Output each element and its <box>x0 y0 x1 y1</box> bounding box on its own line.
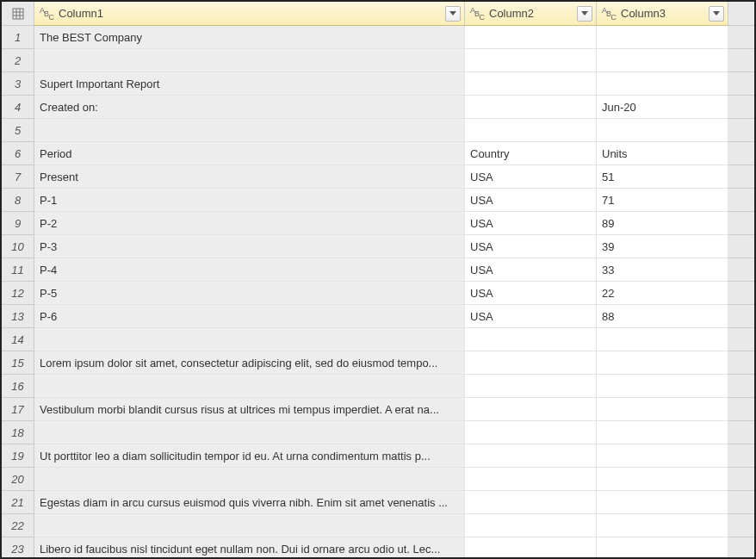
cell-column2[interactable] <box>465 375 597 398</box>
table-row[interactable]: 12P-5USA22 <box>2 282 754 305</box>
row-number[interactable]: 8 <box>2 189 34 212</box>
table-row[interactable]: 22 <box>2 514 754 537</box>
table-row[interactable]: 3Supert Important Report <box>2 72 754 96</box>
row-number[interactable]: 11 <box>2 258 34 282</box>
table-row[interactable]: 10P-3USA39 <box>2 235 754 258</box>
cell-column2[interactable] <box>465 72 597 96</box>
cell-column3[interactable]: Units <box>597 142 728 165</box>
cell-column2[interactable] <box>465 468 597 491</box>
cell-column1[interactable]: Vestibulum morbi blandit cursus risus at… <box>34 398 465 421</box>
cell-column2[interactable] <box>465 421 597 444</box>
cell-column1[interactable] <box>34 49 465 72</box>
row-number[interactable]: 3 <box>2 72 34 96</box>
table-row[interactable]: 14 <box>2 328 754 351</box>
cell-column3[interactable]: 22 <box>597 282 728 305</box>
row-number[interactable]: 9 <box>2 212 34 235</box>
cell-column3[interactable]: Jun-20 <box>597 96 728 119</box>
filter-dropdown-button[interactable] <box>445 6 461 22</box>
row-number[interactable]: 23 <box>2 537 34 559</box>
row-number[interactable]: 5 <box>2 119 34 142</box>
cell-column1[interactable]: P-6 <box>34 305 465 328</box>
cell-column2[interactable]: USA <box>465 212 597 235</box>
cell-column3[interactable] <box>597 444 728 468</box>
cell-column3[interactable] <box>597 49 728 72</box>
row-number[interactable]: 13 <box>2 305 34 328</box>
cell-column3[interactable] <box>597 26 728 49</box>
row-number[interactable]: 18 <box>2 421 34 444</box>
cell-column2[interactable] <box>465 514 597 537</box>
table-row[interactable]: 13P-6USA88 <box>2 305 754 328</box>
cell-column3[interactable] <box>597 468 728 491</box>
table-row[interactable]: 23Libero id faucibus nisl tincidunt eget… <box>2 537 754 559</box>
cell-column2[interactable] <box>465 491 597 514</box>
table-row[interactable]: 7PresentUSA51 <box>2 165 754 189</box>
table-row[interactable]: 17Vestibulum morbi blandit cursus risus … <box>2 398 754 421</box>
cell-column1[interactable]: Egestas diam in arcu cursus euismod quis… <box>34 491 465 514</box>
column-header-column1[interactable]: B Column1 <box>34 2 465 26</box>
cell-column2[interactable] <box>465 119 597 142</box>
table-row[interactable]: 5 <box>2 119 754 142</box>
table-row[interactable]: 9P-2USA89 <box>2 212 754 235</box>
cell-column2[interactable] <box>465 537 597 559</box>
table-row[interactable]: 1The BEST Company <box>2 26 754 49</box>
cell-column1[interactable]: The BEST Company <box>34 26 465 49</box>
column-header-column2[interactable]: B Column2 <box>465 2 597 26</box>
row-number[interactable]: 17 <box>2 398 34 421</box>
filter-dropdown-button[interactable] <box>577 6 592 22</box>
table-row[interactable]: 15Lorem ipsum dolor sit amet, consectetu… <box>2 351 754 375</box>
cell-column3[interactable]: 88 <box>597 305 728 328</box>
row-number[interactable]: 10 <box>2 235 34 258</box>
cell-column1[interactable]: Created on: <box>34 96 465 119</box>
cell-column3[interactable] <box>597 398 728 421</box>
table-row[interactable]: 20 <box>2 468 754 491</box>
cell-column3[interactable]: 51 <box>597 165 728 189</box>
cell-column3[interactable] <box>597 72 728 96</box>
cell-column1[interactable]: P-2 <box>34 212 465 235</box>
cell-column2[interactable] <box>465 26 597 49</box>
cell-column3[interactable] <box>597 351 728 375</box>
cell-column1[interactable]: P-3 <box>34 235 465 258</box>
table-row[interactable]: 4Created on:Jun-20 <box>2 96 754 119</box>
row-number[interactable]: 1 <box>2 26 34 49</box>
cell-column2[interactable]: USA <box>465 258 597 282</box>
cell-column1[interactable] <box>34 421 465 444</box>
table-row[interactable]: 21Egestas diam in arcu cursus euismod qu… <box>2 491 754 514</box>
cell-column2[interactable]: USA <box>465 165 597 189</box>
cell-column3[interactable] <box>597 537 728 559</box>
table-row[interactable]: 6PeriodCountryUnits <box>2 142 754 165</box>
cell-column1[interactable]: Lorem ipsum dolor sit amet, consectetur … <box>34 351 465 375</box>
cell-column1[interactable] <box>34 328 465 351</box>
cell-column3[interactable]: 71 <box>597 189 728 212</box>
cell-column3[interactable] <box>597 375 728 398</box>
cell-column1[interactable] <box>34 514 465 537</box>
cell-column3[interactable] <box>597 421 728 444</box>
cell-column2[interactable]: USA <box>465 189 597 212</box>
cell-column1[interactable] <box>34 468 465 491</box>
column-header-column3[interactable]: B Column3 <box>597 2 728 26</box>
cell-column1[interactable] <box>34 119 465 142</box>
row-number[interactable]: 15 <box>2 351 34 375</box>
cell-column3[interactable] <box>597 119 728 142</box>
row-number[interactable]: 12 <box>2 282 34 305</box>
table-row[interactable]: 16 <box>2 375 754 398</box>
filter-dropdown-button[interactable] <box>709 6 724 22</box>
cell-column2[interactable]: USA <box>465 235 597 258</box>
row-number[interactable]: 2 <box>2 49 34 72</box>
select-all-corner[interactable] <box>2 2 34 26</box>
cell-column1[interactable]: Ut porttitor leo a diam sollicitudin tem… <box>34 444 465 468</box>
row-number[interactable]: 6 <box>2 142 34 165</box>
table-row[interactable]: 8P-1USA71 <box>2 189 754 212</box>
cell-column1[interactable]: Present <box>34 165 465 189</box>
cell-column1[interactable]: P-1 <box>34 189 465 212</box>
cell-column2[interactable] <box>465 444 597 468</box>
cell-column2[interactable] <box>465 398 597 421</box>
cell-column2[interactable] <box>465 49 597 72</box>
row-number[interactable]: 4 <box>2 96 34 119</box>
cell-column1[interactable]: P-4 <box>34 258 465 282</box>
cell-column3[interactable]: 39 <box>597 235 728 258</box>
row-number[interactable]: 22 <box>2 514 34 537</box>
cell-column1[interactable] <box>34 375 465 398</box>
cell-column2[interactable]: Country <box>465 142 597 165</box>
row-number[interactable]: 19 <box>2 444 34 468</box>
cell-column2[interactable]: USA <box>465 282 597 305</box>
